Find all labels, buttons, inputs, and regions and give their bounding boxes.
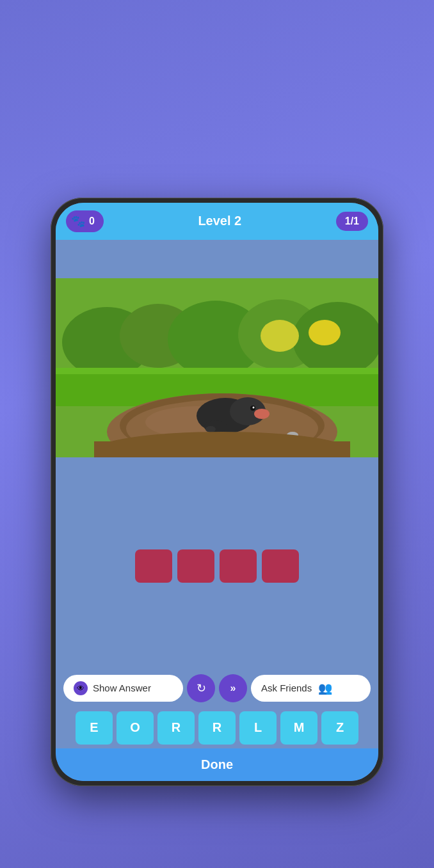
answer-box-3 [220,549,257,583]
answer-box-1 [135,549,172,583]
refresh-button[interactable]: ↻ [187,674,215,702]
letter-btn-O[interactable]: O [117,711,154,745]
letter-M: M [294,720,305,735]
letter-L: L [254,720,262,735]
friends-icon: 👥 [317,681,334,695]
done-label: Done [201,757,233,771]
mole-scene-svg [56,278,378,457]
skip-button[interactable]: » [219,674,247,702]
refresh-icon: ↻ [197,681,206,695]
letters-row: E O R R L M Z [56,707,378,748]
svg-rect-25 [94,441,350,457]
letter-O: O [130,720,140,735]
score-value: 0 [89,216,95,227]
answer-box-4 [262,549,299,583]
level-progress-badge: 1/1 [336,212,368,231]
level-progress-text: 1/1 [345,216,359,226]
letter-btn-L[interactable]: L [239,711,277,745]
answer-area [56,457,378,669]
svg-point-6 [261,320,299,352]
paw-icon: 🐾 [71,214,85,228]
svg-point-7 [309,320,341,345]
letter-btn-R1[interactable]: R [157,711,195,745]
letter-btn-E[interactable]: E [76,711,113,745]
svg-point-16 [254,409,269,419]
answer-boxes-container [135,549,299,583]
letter-R2: R [213,720,221,735]
eye-symbol: 👁 [77,684,84,693]
letter-btn-Z[interactable]: Z [321,711,358,745]
skip-icon: » [230,683,236,694]
answer-box-2 [177,549,214,583]
ask-friends-label: Ask Friends [261,683,312,693]
header: 🐾 0 Level 2 1/1 [56,203,378,240]
action-row: 👁 Show Answer ↻ » Ask Friends 👥 [56,669,378,707]
done-button[interactable]: Done [56,748,378,781]
phone-shell: 🐾 0 Level 2 1/1 [51,198,383,786]
show-answer-button[interactable]: 👁 Show Answer [63,675,183,702]
show-answer-label: Show Answer [93,683,151,693]
ask-friends-button[interactable]: Ask Friends 👥 [251,675,371,702]
phone-screen: 🐾 0 Level 2 1/1 [56,203,378,781]
letter-R1: R [172,720,181,735]
score-badge: 🐾 0 [66,210,104,232]
level-title: Level 2 [198,214,241,228]
letter-Z: Z [336,720,344,735]
eye-icon: 👁 [74,681,88,695]
animal-image [56,278,378,457]
letter-btn-M[interactable]: M [280,711,317,745]
letter-E: E [90,720,98,735]
top-spacer [56,240,378,278]
letter-btn-R2[interactable]: R [198,711,236,745]
svg-point-18 [253,406,255,408]
svg-point-20 [205,426,216,432]
